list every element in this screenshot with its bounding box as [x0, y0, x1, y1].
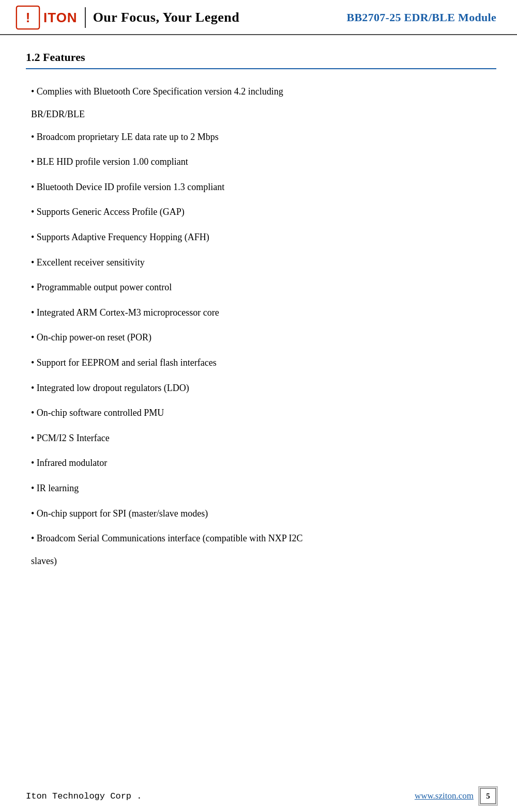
feature-item-5: • Supports Generic Access Profile (GAP): [26, 204, 496, 220]
feature-item-2: • Broadcom proprietary LE data rate up t…: [26, 129, 496, 145]
feature-item-7: • Excellent receiver sensitivity: [26, 255, 496, 271]
feature-item-12: • Integrated low dropout regulators (LDO…: [26, 380, 496, 396]
feature-item-3: • BLE HID profile version 1.00 compliant: [26, 154, 496, 170]
section-divider: [26, 68, 496, 69]
feature-item-13: • On-chip software controlled PMU: [26, 405, 496, 421]
footer-company: Iton Technology Corp .: [26, 791, 142, 801]
footer-right: www.sziton.com 5: [415, 788, 496, 804]
feature-item-17: • On-chip support for SPI (master/slave …: [26, 506, 496, 522]
feature-item-15: • Infrared modulator: [26, 455, 496, 471]
svg-text:!: !: [26, 10, 31, 25]
section-title: 1.2 Features: [26, 51, 496, 64]
header-tagline: Our Focus, Your Legend: [93, 10, 240, 25]
feature-continuation-2: slaves): [26, 556, 496, 567]
footer-url[interactable]: www.sziton.com: [415, 791, 474, 801]
feature-continuation-1: BR/EDR/BLE: [26, 109, 496, 120]
feature-item-14: • PCM/I2 S Interface: [26, 430, 496, 446]
feature-item-4: • Bluetooth Device ID profile version 1.…: [26, 179, 496, 195]
page-footer: Iton Technology Corp . www.sziton.com 5: [0, 783, 517, 812]
logo-wrapper: ! ITON Our Focus, Your Legend: [16, 5, 239, 30]
header-product: BB2707-25 EDR/BLE Module: [346, 11, 496, 24]
feature-item-9: • Integrated ARM Cortex-M3 microprocesso…: [26, 305, 496, 321]
page-number: 5: [480, 788, 496, 804]
page-header: ! ITON Our Focus, Your Legend BB2707-25 …: [0, 0, 517, 35]
feature-item-10: • On-chip power-on reset (POR): [26, 330, 496, 346]
main-content: 1.2 Features • Complies with Bluetooth C…: [0, 35, 517, 617]
feature-item-8: • Programmable output power control: [26, 279, 496, 295]
feature-item-6: • Supports Adaptive Frequency Hopping (A…: [26, 229, 496, 245]
feature-item-16: • IR learning: [26, 480, 496, 496]
feature-item-18: • Broadcom Serial Communications interfa…: [26, 530, 496, 546]
iton-logo-icon: !: [16, 5, 40, 30]
logo-text: ITON: [43, 10, 78, 26]
feature-item-11: • Support for EEPROM and serial flash in…: [26, 355, 496, 371]
feature-item-1: • Complies with Bluetooth Core Specifica…: [26, 84, 496, 100]
